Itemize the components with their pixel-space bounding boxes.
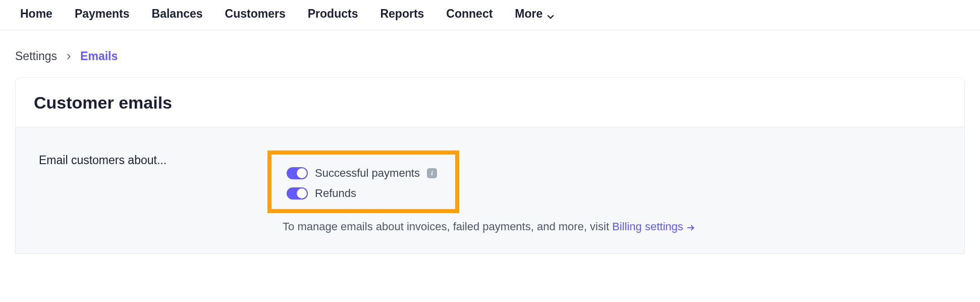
chevron-right-icon <box>65 53 72 60</box>
nav-more-label: More <box>515 7 542 21</box>
toggle-successful-payments[interactable] <box>287 167 308 179</box>
nav-item-balances[interactable]: Balances <box>152 7 203 21</box>
nav-item-customers[interactable]: Customers <box>225 7 286 21</box>
nav-item-more[interactable]: More <box>515 7 555 21</box>
chevron-down-icon <box>547 10 555 18</box>
nav-item-connect[interactable]: Connect <box>446 7 493 21</box>
highlight-box: Successful payments i Refunds <box>267 150 459 213</box>
page-title: Customer emails <box>34 93 946 113</box>
toggle-label: Refunds <box>315 187 356 200</box>
controls-column: Successful payments i Refunds To manage … <box>267 150 946 233</box>
nav-item-products[interactable]: Products <box>308 7 358 21</box>
breadcrumb-current[interactable]: Emails <box>80 49 118 63</box>
arrow-right-icon <box>686 222 695 231</box>
panel-body: Email customers about... Successful paym… <box>16 127 964 254</box>
toggle-label: Successful payments <box>315 167 420 180</box>
settings-panel: Customer emails Email customers about...… <box>15 77 965 254</box>
link-label: Billing settings <box>612 220 683 233</box>
toggle-refunds[interactable] <box>287 187 308 199</box>
top-nav: Home Payments Balances Customers Product… <box>0 0 980 30</box>
nav-item-home[interactable]: Home <box>20 7 52 21</box>
billing-settings-link[interactable]: Billing settings <box>612 220 695 233</box>
toggle-row-successful-payments: Successful payments i <box>287 167 440 180</box>
info-icon[interactable]: i <box>427 168 437 178</box>
help-text-prefix: To manage emails about invoices, failed … <box>283 220 612 233</box>
panel-header: Customer emails <box>16 78 964 127</box>
nav-item-payments[interactable]: Payments <box>75 7 130 21</box>
help-text: To manage emails about invoices, failed … <box>267 220 946 233</box>
section-label: Email customers about... <box>39 150 167 167</box>
nav-item-reports[interactable]: Reports <box>380 7 424 21</box>
toggle-row-refunds: Refunds <box>287 187 440 200</box>
breadcrumb: Settings Emails <box>0 30 980 63</box>
breadcrumb-root[interactable]: Settings <box>15 49 57 63</box>
